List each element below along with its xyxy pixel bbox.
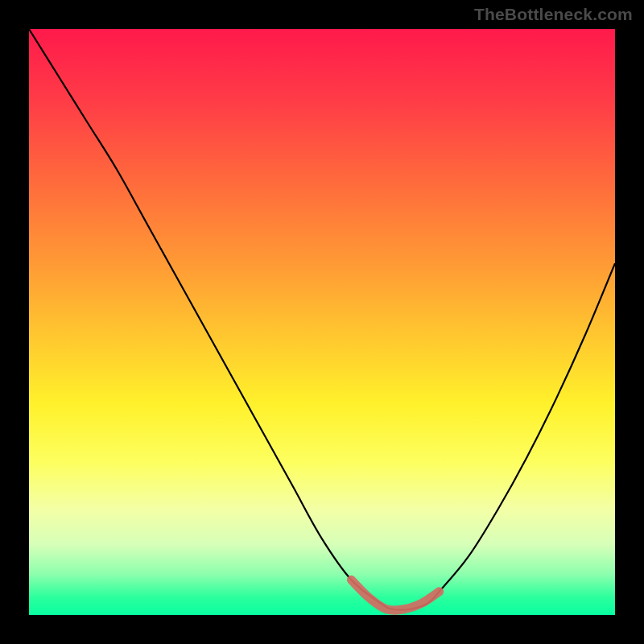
chart-overlay-svg	[29, 29, 615, 615]
optimal-range-highlight	[351, 580, 439, 610]
bottleneck-curve-line	[29, 29, 615, 610]
watermark-label: TheBottleneck.com	[474, 5, 633, 24]
